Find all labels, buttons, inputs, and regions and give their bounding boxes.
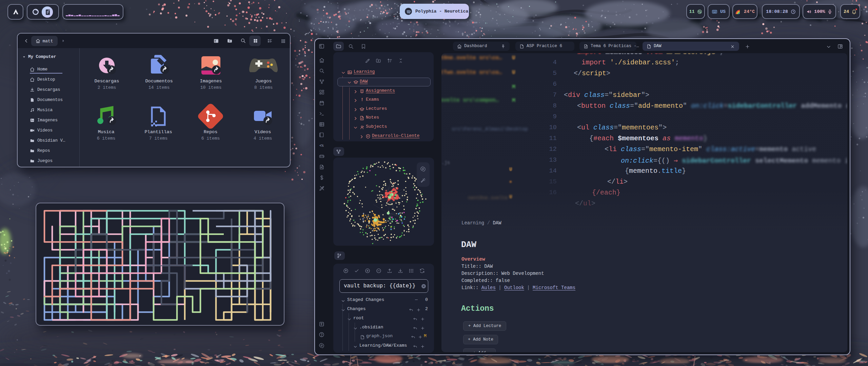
svg-text:<%: <%	[319, 144, 323, 148]
